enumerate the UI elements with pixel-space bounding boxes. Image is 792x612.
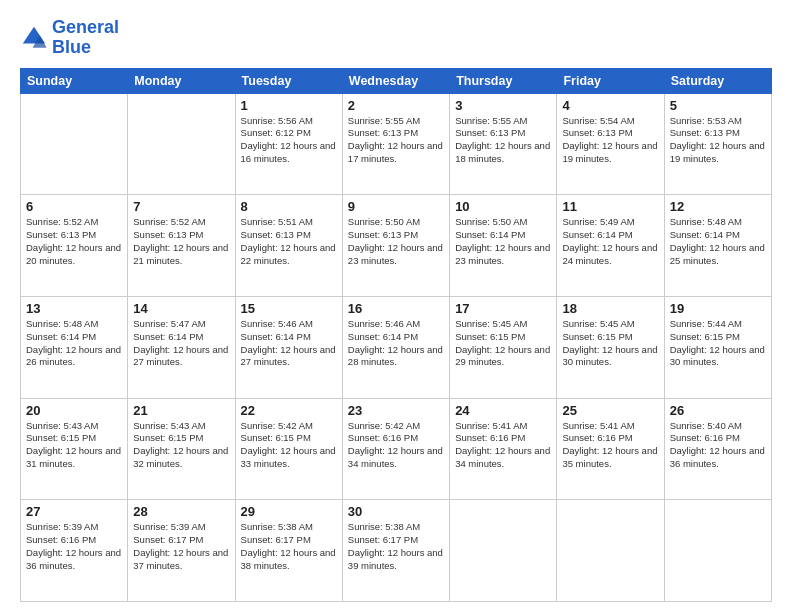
calendar-cell: 26Sunrise: 5:40 AMSunset: 6:16 PMDayligh… — [664, 398, 771, 500]
calendar-cell: 28Sunrise: 5:39 AMSunset: 6:17 PMDayligh… — [128, 500, 235, 602]
calendar-cell: 9Sunrise: 5:50 AMSunset: 6:13 PMDaylight… — [342, 195, 449, 297]
day-number: 10 — [455, 199, 551, 214]
calendar-cell — [450, 500, 557, 602]
calendar-cell: 4Sunrise: 5:54 AMSunset: 6:13 PMDaylight… — [557, 93, 664, 195]
logo: General Blue — [20, 18, 119, 58]
calendar-header-wednesday: Wednesday — [342, 68, 449, 93]
day-info: Sunrise: 5:53 AMSunset: 6:13 PMDaylight:… — [670, 115, 766, 166]
calendar-cell: 1Sunrise: 5:56 AMSunset: 6:12 PMDaylight… — [235, 93, 342, 195]
day-info: Sunrise: 5:41 AMSunset: 6:16 PMDaylight:… — [562, 420, 658, 471]
calendar-cell: 13Sunrise: 5:48 AMSunset: 6:14 PMDayligh… — [21, 296, 128, 398]
calendar-header-row: SundayMondayTuesdayWednesdayThursdayFrid… — [21, 68, 772, 93]
day-number: 16 — [348, 301, 444, 316]
calendar-cell: 12Sunrise: 5:48 AMSunset: 6:14 PMDayligh… — [664, 195, 771, 297]
day-number: 11 — [562, 199, 658, 214]
day-info: Sunrise: 5:50 AMSunset: 6:13 PMDaylight:… — [348, 216, 444, 267]
day-info: Sunrise: 5:50 AMSunset: 6:14 PMDaylight:… — [455, 216, 551, 267]
day-number: 27 — [26, 504, 122, 519]
calendar-cell: 3Sunrise: 5:55 AMSunset: 6:13 PMDaylight… — [450, 93, 557, 195]
day-info: Sunrise: 5:45 AMSunset: 6:15 PMDaylight:… — [562, 318, 658, 369]
calendar-week-3: 13Sunrise: 5:48 AMSunset: 6:14 PMDayligh… — [21, 296, 772, 398]
day-number: 19 — [670, 301, 766, 316]
calendar-cell: 21Sunrise: 5:43 AMSunset: 6:15 PMDayligh… — [128, 398, 235, 500]
day-info: Sunrise: 5:43 AMSunset: 6:15 PMDaylight:… — [26, 420, 122, 471]
calendar-cell: 14Sunrise: 5:47 AMSunset: 6:14 PMDayligh… — [128, 296, 235, 398]
day-info: Sunrise: 5:41 AMSunset: 6:16 PMDaylight:… — [455, 420, 551, 471]
calendar-cell: 23Sunrise: 5:42 AMSunset: 6:16 PMDayligh… — [342, 398, 449, 500]
calendar-cell: 30Sunrise: 5:38 AMSunset: 6:17 PMDayligh… — [342, 500, 449, 602]
day-info: Sunrise: 5:46 AMSunset: 6:14 PMDaylight:… — [348, 318, 444, 369]
calendar-cell: 27Sunrise: 5:39 AMSunset: 6:16 PMDayligh… — [21, 500, 128, 602]
day-number: 17 — [455, 301, 551, 316]
calendar-cell: 8Sunrise: 5:51 AMSunset: 6:13 PMDaylight… — [235, 195, 342, 297]
calendar-cell: 2Sunrise: 5:55 AMSunset: 6:13 PMDaylight… — [342, 93, 449, 195]
day-number: 18 — [562, 301, 658, 316]
calendar-header-tuesday: Tuesday — [235, 68, 342, 93]
calendar-cell: 29Sunrise: 5:38 AMSunset: 6:17 PMDayligh… — [235, 500, 342, 602]
calendar-cell — [557, 500, 664, 602]
calendar-cell: 11Sunrise: 5:49 AMSunset: 6:14 PMDayligh… — [557, 195, 664, 297]
calendar-cell: 25Sunrise: 5:41 AMSunset: 6:16 PMDayligh… — [557, 398, 664, 500]
day-info: Sunrise: 5:44 AMSunset: 6:15 PMDaylight:… — [670, 318, 766, 369]
calendar-cell: 10Sunrise: 5:50 AMSunset: 6:14 PMDayligh… — [450, 195, 557, 297]
day-number: 14 — [133, 301, 229, 316]
day-number: 4 — [562, 98, 658, 113]
calendar-cell: 18Sunrise: 5:45 AMSunset: 6:15 PMDayligh… — [557, 296, 664, 398]
day-info: Sunrise: 5:48 AMSunset: 6:14 PMDaylight:… — [670, 216, 766, 267]
day-number: 12 — [670, 199, 766, 214]
calendar-cell: 20Sunrise: 5:43 AMSunset: 6:15 PMDayligh… — [21, 398, 128, 500]
page: General Blue SundayMondayTuesdayWednesda… — [0, 0, 792, 612]
day-number: 25 — [562, 403, 658, 418]
day-info: Sunrise: 5:52 AMSunset: 6:13 PMDaylight:… — [26, 216, 122, 267]
day-number: 30 — [348, 504, 444, 519]
day-number: 5 — [670, 98, 766, 113]
calendar-cell — [128, 93, 235, 195]
calendar-cell — [664, 500, 771, 602]
calendar-cell: 22Sunrise: 5:42 AMSunset: 6:15 PMDayligh… — [235, 398, 342, 500]
day-info: Sunrise: 5:46 AMSunset: 6:14 PMDaylight:… — [241, 318, 337, 369]
calendar-week-1: 1Sunrise: 5:56 AMSunset: 6:12 PMDaylight… — [21, 93, 772, 195]
day-number: 21 — [133, 403, 229, 418]
calendar-header-thursday: Thursday — [450, 68, 557, 93]
logo-text: General Blue — [52, 18, 119, 58]
header: General Blue — [20, 18, 772, 58]
day-info: Sunrise: 5:38 AMSunset: 6:17 PMDaylight:… — [348, 521, 444, 572]
calendar-cell — [21, 93, 128, 195]
day-info: Sunrise: 5:56 AMSunset: 6:12 PMDaylight:… — [241, 115, 337, 166]
day-info: Sunrise: 5:39 AMSunset: 6:17 PMDaylight:… — [133, 521, 229, 572]
calendar-cell: 5Sunrise: 5:53 AMSunset: 6:13 PMDaylight… — [664, 93, 771, 195]
calendar-week-4: 20Sunrise: 5:43 AMSunset: 6:15 PMDayligh… — [21, 398, 772, 500]
day-info: Sunrise: 5:49 AMSunset: 6:14 PMDaylight:… — [562, 216, 658, 267]
day-number: 7 — [133, 199, 229, 214]
day-info: Sunrise: 5:45 AMSunset: 6:15 PMDaylight:… — [455, 318, 551, 369]
day-number: 26 — [670, 403, 766, 418]
calendar-cell: 7Sunrise: 5:52 AMSunset: 6:13 PMDaylight… — [128, 195, 235, 297]
day-info: Sunrise: 5:55 AMSunset: 6:13 PMDaylight:… — [348, 115, 444, 166]
calendar-cell: 6Sunrise: 5:52 AMSunset: 6:13 PMDaylight… — [21, 195, 128, 297]
calendar-table: SundayMondayTuesdayWednesdayThursdayFrid… — [20, 68, 772, 602]
calendar-cell: 16Sunrise: 5:46 AMSunset: 6:14 PMDayligh… — [342, 296, 449, 398]
calendar-cell: 24Sunrise: 5:41 AMSunset: 6:16 PMDayligh… — [450, 398, 557, 500]
day-info: Sunrise: 5:38 AMSunset: 6:17 PMDaylight:… — [241, 521, 337, 572]
day-info: Sunrise: 5:40 AMSunset: 6:16 PMDaylight:… — [670, 420, 766, 471]
day-number: 20 — [26, 403, 122, 418]
day-number: 2 — [348, 98, 444, 113]
calendar-cell: 19Sunrise: 5:44 AMSunset: 6:15 PMDayligh… — [664, 296, 771, 398]
day-number: 29 — [241, 504, 337, 519]
day-number: 22 — [241, 403, 337, 418]
day-number: 1 — [241, 98, 337, 113]
day-number: 28 — [133, 504, 229, 519]
day-number: 6 — [26, 199, 122, 214]
calendar-header-monday: Monday — [128, 68, 235, 93]
day-number: 13 — [26, 301, 122, 316]
calendar-cell: 15Sunrise: 5:46 AMSunset: 6:14 PMDayligh… — [235, 296, 342, 398]
day-info: Sunrise: 5:42 AMSunset: 6:15 PMDaylight:… — [241, 420, 337, 471]
calendar-header-friday: Friday — [557, 68, 664, 93]
day-number: 23 — [348, 403, 444, 418]
day-info: Sunrise: 5:52 AMSunset: 6:13 PMDaylight:… — [133, 216, 229, 267]
calendar-cell: 17Sunrise: 5:45 AMSunset: 6:15 PMDayligh… — [450, 296, 557, 398]
day-info: Sunrise: 5:51 AMSunset: 6:13 PMDaylight:… — [241, 216, 337, 267]
logo-icon — [20, 24, 48, 52]
day-info: Sunrise: 5:42 AMSunset: 6:16 PMDaylight:… — [348, 420, 444, 471]
day-info: Sunrise: 5:55 AMSunset: 6:13 PMDaylight:… — [455, 115, 551, 166]
